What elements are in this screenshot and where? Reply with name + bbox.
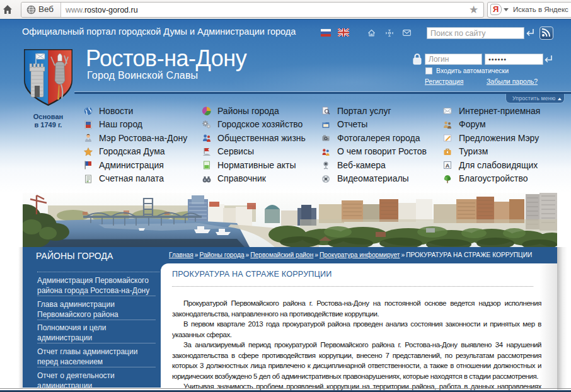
svg-text:A: A <box>446 163 450 169</box>
